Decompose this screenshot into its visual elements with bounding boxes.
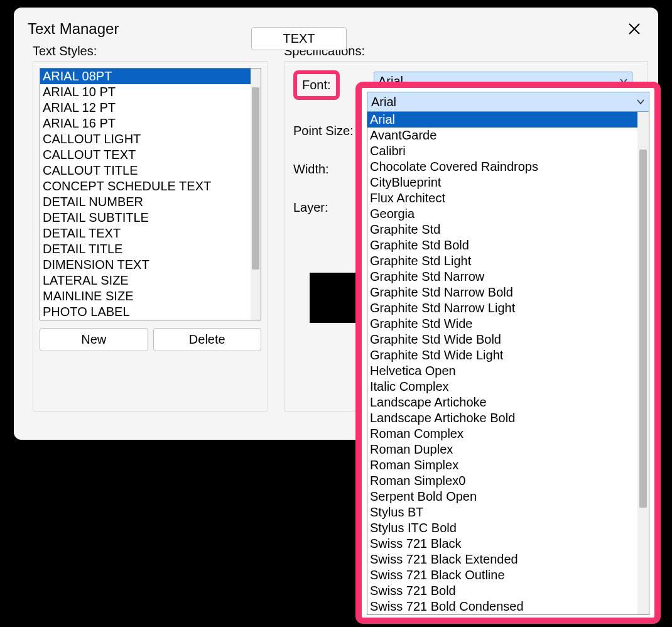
font-option[interactable]: Stylus ITC Bold	[367, 520, 637, 536]
dialog-content: Text Styles: ARIAL 08PTARIAL 10 PTARIAL …	[14, 44, 658, 62]
text-style-item[interactable]: DETAIL NUMBER	[40, 194, 251, 210]
text-button[interactable]: TEXT	[251, 27, 347, 50]
font-option[interactable]: Chocolate Covered Raindrops	[367, 159, 637, 175]
text-style-item[interactable]: ARIAL 10 PT	[40, 84, 251, 100]
text-style-item[interactable]: CONCEPT SCHEDULE TEXT	[40, 178, 251, 194]
font-option[interactable]: Swiss 721 Black	[367, 536, 637, 552]
font-option[interactable]: Swiss 721 Bold	[367, 583, 637, 599]
font-option[interactable]: Swiss 721 Bold Condensed	[367, 599, 637, 614]
font-option[interactable]: Graphite Std Light	[367, 253, 637, 269]
font-option[interactable]: Flux Architect	[367, 190, 637, 206]
text-styles-box: ARIAL 08PTARIAL 10 PTARIAL 12 PTARIAL 16…	[33, 61, 268, 412]
text-style-item[interactable]: ARIAL 16 PT	[40, 116, 251, 131]
font-option[interactable]: Graphite Std Wide Bold	[367, 332, 637, 347]
font-options-list[interactable]: ArialAvantGardeCalibriChocolate Covered …	[367, 112, 649, 615]
text-style-item[interactable]: DETAIL TEXT	[40, 226, 251, 241]
chevron-down-icon	[636, 97, 645, 106]
font-dropdown[interactable]: Arial ArialAvantGardeCalibriChocolate Co…	[355, 82, 661, 624]
font-option[interactable]: Roman Duplex	[367, 442, 637, 457]
text-style-item[interactable]: PHOTO LABEL	[40, 304, 251, 320]
font-option[interactable]: Serpent Bold Open	[367, 489, 637, 504]
new-button[interactable]: New	[40, 328, 148, 351]
font-option[interactable]: Graphite Std Narrow Light	[367, 300, 637, 316]
font-option[interactable]: Graphite Std	[367, 222, 637, 237]
text-style-item[interactable]: DIMENSION TEXT	[40, 257, 251, 273]
text-style-item[interactable]: MAINLINE SIZE	[40, 288, 251, 304]
font-option[interactable]: Graphite Std Narrow	[367, 269, 637, 285]
font-option[interactable]: Italic Complex	[367, 379, 637, 395]
close-icon[interactable]	[627, 21, 642, 36]
text-style-item[interactable]: DETAIL SUBTITLE	[40, 210, 251, 226]
text-styles-label: Text Styles:	[33, 44, 268, 58]
font-label: Font:	[293, 70, 340, 100]
text-style-item[interactable]: CALLOUT TEXT	[40, 147, 251, 163]
font-option[interactable]: Helvetica Open	[367, 363, 637, 379]
font-option[interactable]: Swiss 721 Black Outline	[367, 567, 637, 583]
font-option[interactable]: Roman Simplex	[367, 457, 637, 473]
text-style-item[interactable]: ARIAL 12 PT	[40, 100, 251, 116]
text-style-item[interactable]: CALLOUT LIGHT	[40, 131, 251, 147]
bottom-button-row: TEXT	[251, 27, 347, 50]
styles-scrollbar-thumb[interactable]	[252, 87, 259, 270]
font-option[interactable]: Roman Complex	[367, 426, 637, 442]
text-style-item[interactable]: CALLOUT TITLE	[40, 163, 251, 178]
styles-scrollbar[interactable]	[251, 68, 261, 320]
dialog-title: Text Manager	[28, 20, 119, 38]
font-option[interactable]: Calibri	[367, 143, 637, 159]
font-option[interactable]: CityBlueprint	[367, 175, 637, 190]
text-style-item[interactable]: ARIAL 08PT	[40, 68, 251, 84]
font-dropdown-value: Arial	[371, 95, 396, 109]
text-styles-list[interactable]: ARIAL 08PTARIAL 10 PTARIAL 12 PTARIAL 16…	[40, 68, 261, 320]
font-option[interactable]: Graphite Std Wide	[367, 316, 637, 332]
delete-button[interactable]: Delete	[153, 328, 262, 351]
text-style-item[interactable]: DETAIL TITLE	[40, 241, 251, 257]
font-option[interactable]: Stylus BT	[367, 504, 637, 520]
font-option[interactable]: AvantGarde	[367, 128, 637, 143]
text-styles-panel: Text Styles: ARIAL 08PTARIAL 10 PTARIAL …	[33, 44, 268, 412]
font-scrollbar-thumb[interactable]	[639, 150, 647, 508]
font-option[interactable]: Graphite Std Bold	[367, 237, 637, 253]
font-dropdown-header[interactable]: Arial	[367, 92, 649, 112]
font-option[interactable]: Georgia	[367, 206, 637, 222]
font-option[interactable]: Graphite Std Narrow Bold	[367, 285, 637, 300]
font-option[interactable]: Landscape Artichoke Bold	[367, 410, 637, 426]
font-option[interactable]: Landscape Artichoke	[367, 395, 637, 410]
font-option[interactable]: Swiss 721 Black Extended	[367, 552, 637, 567]
font-option[interactable]: Roman Simplex0	[367, 473, 637, 489]
font-option[interactable]: Arial	[367, 112, 637, 128]
font-option[interactable]: Graphite Std Wide Light	[367, 347, 637, 363]
font-scrollbar[interactable]	[637, 112, 649, 614]
text-style-item[interactable]: LATERAL SIZE	[40, 273, 251, 288]
